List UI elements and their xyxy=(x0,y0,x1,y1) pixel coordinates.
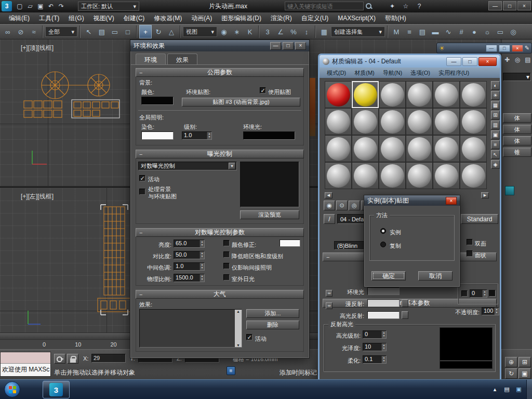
help-icon[interactable]: ? xyxy=(414,2,424,11)
tab-effects[interactable]: 效果 xyxy=(167,54,197,64)
sample-type-icon[interactable]: ◐ xyxy=(491,81,500,90)
zoom-all-icon[interactable]: ⊞ xyxy=(518,357,531,367)
dialog-titlebar[interactable]: 实例(副本)贴图 × xyxy=(364,195,460,206)
maximize-button[interactable]: □ xyxy=(499,45,510,52)
close-button[interactable]: × xyxy=(446,197,457,205)
window-crossing-icon[interactable]: □ xyxy=(122,25,134,38)
specular-color-swatch[interactable] xyxy=(367,311,400,319)
opacity-spinner[interactable]: 100▲▼ xyxy=(482,307,499,315)
material-sample-slot[interactable] xyxy=(352,162,379,189)
material-editor-icon[interactable]: ● xyxy=(468,25,481,38)
keyboard-shortcut-override-icon[interactable]: K xyxy=(244,25,256,38)
lock-diffuse-specular-icon[interactable]: ∞ xyxy=(326,302,332,309)
search-input[interactable] xyxy=(285,2,364,10)
diffuse-color-swatch[interactable] xyxy=(367,299,400,307)
material-sample-slot[interactable] xyxy=(433,108,460,135)
add-time-tag[interactable]: 添加时间标记 xyxy=(280,368,317,377)
show-desktop-button[interactable] xyxy=(526,380,532,399)
ok-button[interactable]: 确定 xyxy=(371,271,406,281)
rollout-header[interactable]: −大气 xyxy=(136,290,304,299)
material-type-button[interactable]: Standard xyxy=(461,214,498,224)
network-tray-icon[interactable]: ▣ xyxy=(514,384,524,394)
menu-item[interactable]: 编辑(E) xyxy=(4,12,34,24)
x-coordinate-field[interactable]: 29 xyxy=(91,354,126,363)
tab-environment[interactable]: 环境 xyxy=(136,54,166,64)
app-logo-icon[interactable]: 3 xyxy=(2,1,12,11)
color-correction-swatch[interactable] xyxy=(280,240,300,247)
instance-radio[interactable] xyxy=(380,228,386,234)
selection-lock-toggle[interactable] xyxy=(67,354,78,364)
maximize-button[interactable]: □ xyxy=(503,1,516,10)
rollout-header[interactable]: −对数曝光控制参数 xyxy=(136,228,304,237)
open-file-icon[interactable]: ▱ xyxy=(25,2,35,11)
material-sample-slot[interactable] xyxy=(325,81,352,108)
contrast-spinner[interactable]: 50.0▲▼ xyxy=(174,251,205,259)
menu-item[interactable]: 动画(A) xyxy=(187,12,217,24)
color-correction-checkbox[interactable] xyxy=(223,240,230,246)
object-type-button[interactable]: 锥 xyxy=(503,148,531,157)
subcategory-dropdown[interactable]: ▾ xyxy=(503,73,531,81)
spinner-snap-icon[interactable]: ↕ xyxy=(300,25,313,38)
material-sample-slot[interactable] xyxy=(460,162,487,189)
maximize-viewport-icon[interactable]: ▣ xyxy=(518,368,531,379)
selection-filter-dropdown[interactable]: 全部▾ xyxy=(45,26,77,37)
material-sample-slot[interactable] xyxy=(406,162,433,189)
cancel-button[interactable]: 取消 xyxy=(418,271,453,281)
menu-item[interactable]: 图形编辑器(D) xyxy=(217,12,266,24)
maximize-button[interactable]: □ xyxy=(462,57,477,66)
level-spinner[interactable]: 1.0▲▼ xyxy=(182,131,212,140)
soften-spinner[interactable]: 0.1▲▼ xyxy=(363,355,387,364)
material-sample-slot[interactable] xyxy=(433,162,460,189)
glossiness-spinner[interactable]: 10▲▼ xyxy=(363,343,387,351)
self-illumination-spinner[interactable]: 0▲▼ xyxy=(470,289,487,298)
pick-material-from-object-icon[interactable]: / xyxy=(324,214,335,224)
ambient-color-swatch[interactable] xyxy=(243,131,295,140)
render-preview-button[interactable]: 渲染预览 xyxy=(240,210,299,219)
put-material-to-scene-icon[interactable]: ⊙ xyxy=(336,201,348,210)
scroll-up-icon[interactable]: ▲ xyxy=(236,310,240,313)
window-titlebar[interactable]: 材质编辑器 - 04 - Default — □ × xyxy=(320,55,500,68)
select-and-link-icon[interactable]: ∞ xyxy=(2,25,14,38)
minimize-button[interactable]: — xyxy=(488,1,502,10)
exterior-daylight-checkbox[interactable] xyxy=(223,274,230,281)
video-color-check-icon[interactable]: ▥ xyxy=(491,121,500,129)
rollout-header[interactable]: −公用参数 xyxy=(136,68,304,77)
self-illumination-swatch[interactable] xyxy=(489,290,496,297)
material-sample-slot[interactable] xyxy=(379,108,406,135)
menu-item[interactable]: 组(G) xyxy=(64,12,88,24)
material-sample-slot[interactable] xyxy=(352,135,379,162)
minimize-button[interactable]: — xyxy=(486,45,497,52)
diffuse-map-button[interactable] xyxy=(402,299,408,307)
material-options-icon[interactable]: ≡ xyxy=(491,140,500,149)
select-by-name-icon[interactable]: ▤ xyxy=(96,25,108,38)
background-color-swatch[interactable] xyxy=(141,97,174,105)
select-by-material-icon[interactable]: ↖ xyxy=(491,150,500,159)
effects-listbox[interactable]: ▲▼ xyxy=(139,309,242,348)
menu-item[interactable]: 模式(D) xyxy=(323,69,350,77)
close-button[interactable]: × xyxy=(295,42,306,50)
select-and-manipulate-icon[interactable]: ∗ xyxy=(231,25,243,38)
scroll-right-icon[interactable]: ▶ xyxy=(481,192,489,198)
menu-item[interactable]: 实用程序(U) xyxy=(434,69,473,77)
specular-level-spinner[interactable]: 0▲▼ xyxy=(363,330,387,339)
maxscript-mini-listener[interactable]: 欢迎使用 MAXSc xyxy=(0,352,51,377)
scrollbar[interactable]: ▲▼ xyxy=(235,310,242,347)
start-button[interactable] xyxy=(4,381,20,397)
snap-toggle-3d-icon[interactable]: 3 xyxy=(261,25,274,38)
material-sample-slot[interactable] xyxy=(352,108,379,135)
ambient-color-swatch[interactable] xyxy=(367,287,400,295)
material-map-navigator-icon[interactable]: ◈ xyxy=(491,160,500,169)
use-pivot-point-center-icon[interactable]: ◉ xyxy=(218,25,230,38)
select-object-icon[interactable]: ↖ xyxy=(83,25,95,38)
curve-editor-icon[interactable]: ∿ xyxy=(442,25,455,38)
scroll-left-icon[interactable]: ◀ xyxy=(325,192,332,198)
select-and-rotate-icon[interactable]: ↻ xyxy=(152,25,165,38)
atmosphere-active-checkbox[interactable] xyxy=(246,334,252,340)
rectangular-selection-region-icon[interactable]: ▭ xyxy=(109,25,121,38)
bind-to-spacewarp-icon[interactable]: ≈ xyxy=(28,25,40,38)
specular-map-button[interactable] xyxy=(402,311,408,319)
indirect-only-checkbox[interactable] xyxy=(223,263,230,269)
mirror-icon[interactable]: M xyxy=(390,25,403,38)
material-sample-slot[interactable] xyxy=(460,108,487,135)
minimize-button[interactable]: — xyxy=(270,42,281,50)
